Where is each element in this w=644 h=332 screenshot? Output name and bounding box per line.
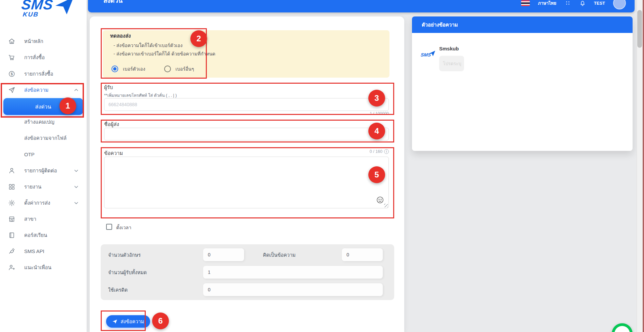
gear-icon (8, 199, 15, 207)
radio-own-number-label: เบอร์ตัวเอง (123, 65, 145, 73)
sidebar-item-otp[interactable]: OTP (0, 148, 87, 161)
sidebar-item-label: รายงาน (24, 183, 41, 191)
sidebar-item-label: สาขา (24, 215, 36, 223)
chevron-down-icon (73, 184, 79, 190)
chevron-down-icon (73, 200, 79, 206)
language-selector[interactable]: ภาษาไทย (538, 0, 556, 7)
chevron-down-icon (73, 168, 79, 174)
info-icon[interactable]: i (384, 149, 389, 154)
recipient-input[interactable] (104, 98, 389, 111)
emoji-picker-icon[interactable] (376, 196, 384, 204)
credit-used-value: 0 (203, 283, 383, 296)
sidebar-item-label: หน้าหลัก (24, 37, 43, 45)
sidebar-item-send-message[interactable]: ส่งข้อความ (0, 83, 87, 97)
message-count-number: 0 (347, 252, 349, 257)
preview-sender-avatar: SMS (421, 50, 435, 62)
sidebar-item-label: คอร์สเรียน (24, 231, 47, 239)
message-counter-value: 0 / 160 (370, 149, 382, 154)
page-scrollbar-thumb[interactable] (637, 10, 642, 48)
sidebar-item-label: ส่งด่วน (35, 102, 51, 111)
radio-other-number-label: เบอร์อื่นๆ (176, 65, 194, 73)
book-icon (8, 232, 15, 239)
logo-kub-text: KUB (22, 11, 39, 18)
grid-icon (8, 183, 15, 191)
smskub-app: SMS KUB หน้าหลัก การสั่งซื้อ $ รายการสั่… (0, 0, 644, 332)
recipient-counter: 1 / 100000 (368, 111, 389, 116)
bell-icon[interactable] (579, 0, 586, 6)
message-textarea[interactable] (104, 157, 389, 208)
apps-dots-icon[interactable] (564, 0, 571, 6)
char-count-number: 0 (208, 252, 211, 257)
cart-icon (8, 54, 15, 61)
sidebar-item-create-campaign[interactable]: สร้างแคมเปญ (0, 115, 87, 129)
recipient-total-label: จำนวนผู้รับทั้งหมด (108, 268, 147, 276)
sidebar-item-send-settings[interactable]: ตั้งค่าการส่ง (0, 196, 87, 210)
schedule-checkbox[interactable] (106, 224, 112, 230)
step-badge-5: 5 (368, 166, 385, 183)
char-count-value: 0 (203, 248, 244, 261)
recipient-label: ผู้รับ (104, 83, 113, 91)
preview-avatar-plane-icon (429, 50, 435, 57)
sidebar-item-contacts[interactable]: รายการผู้ติดต่อ (0, 164, 87, 177)
page-title: ส่งด่วน (103, 0, 123, 5)
number-type-radio-group: เบอร์ตัวเอง เบอร์อื่นๆ (111, 65, 208, 73)
preview-message-bubble: โปรดระบุ (439, 56, 464, 71)
preview-sender-name: Smskub (439, 46, 459, 51)
smskub-logo: SMS KUB (14, 0, 78, 21)
sidebar-item-label: ตั้งค่าการส่ง (24, 199, 50, 207)
message-counter: 0 / 160 i (353, 149, 389, 154)
sidebar-item-label: สร้างแคมเปญ (24, 118, 54, 126)
user-avatar[interactable] (613, 0, 626, 9)
line-chat-button[interactable]: LINE (612, 323, 633, 332)
person-icon (8, 167, 15, 174)
chevron-up-icon (73, 87, 79, 93)
sidebar-item-sms-api[interactable]: SMS API (0, 244, 87, 258)
recipient-total-number: 1 (208, 269, 211, 275)
preview-bubble-placeholder: โปรดระบุ (443, 60, 461, 67)
thai-flag-icon[interactable] (521, 0, 530, 6)
sidebar-item-course[interactable]: คอร์สเรียน (0, 229, 87, 242)
recipient-hint: **เพิ่มหมายเลขโทรศัพท์ ใส่ ตัวคั่น ( , .… (104, 92, 177, 99)
send-message-button-label: ส่งข้อความ (121, 318, 144, 325)
username-label[interactable]: TEST (594, 1, 605, 6)
line-logo: LINE (614, 326, 630, 332)
logo-paper-plane-icon (54, 0, 75, 15)
schedule-checkbox-label: ตั้งเวลา (116, 224, 131, 231)
radio-own-number[interactable] (111, 66, 118, 72)
sender-name-input[interactable] (104, 128, 389, 140)
stats-panel: จำนวนตัวอักษร 0 คิดเป็นข้อความ 0 จำนวนผู… (101, 244, 394, 300)
sidebar-item-reports[interactable]: รายงาน (0, 180, 87, 194)
paper-plane-icon (8, 86, 15, 94)
message-count-label: คิดเป็นข้อความ (263, 251, 295, 259)
credit-used-number: 0 (208, 287, 211, 292)
credit-used-label: ใช้เครดิต (108, 286, 128, 294)
sidebar-item-order-list[interactable]: $ รายการสั่งซื้อ (0, 67, 87, 81)
send-message-button[interactable]: ส่งข้อความ (106, 315, 150, 328)
screen-edge-line (643, 0, 644, 332)
store-icon (8, 215, 15, 223)
topbar: ส่งด่วน ภาษาไทย TEST (88, 0, 635, 12)
person-plus-icon (8, 264, 15, 271)
sidebar: SMS KUB หน้าหลัก การสั่งซื้อ $ รายการสั่… (0, 0, 87, 332)
sidebar-item-label: รายการผู้ติดต่อ (24, 167, 57, 175)
page-scrollbar-track[interactable] (637, 0, 643, 332)
radio-other-number[interactable] (164, 66, 171, 72)
sidebar-item-home[interactable]: หน้าหลัก (0, 35, 87, 48)
sidebar-item-purchase[interactable]: การสั่งซื้อ (0, 51, 87, 64)
sidebar-item-label: รายการสั่งซื้อ (24, 70, 53, 78)
sidebar-item-branch[interactable]: สาขา (0, 212, 87, 226)
sidebar-item-label: OTP (24, 152, 35, 157)
message-count-value: 0 (342, 248, 383, 261)
preview-header-title: ตัวอย่างข้อความ (422, 21, 458, 29)
sidebar-item-label: ส่งข้อความ (24, 86, 49, 94)
sidebar-item-refer-friend[interactable]: แนะนำเพื่อน (0, 261, 87, 274)
home-icon (8, 38, 15, 45)
sender-name-label: ชื่อผู้ส่ง (104, 120, 119, 128)
sidebar-item-send-from-file[interactable]: ส่งข้อความจากไฟล์ (0, 131, 87, 145)
textarea-resize-handle[interactable] (384, 204, 388, 207)
dollar-circle-icon: $ (8, 70, 15, 78)
trial-line-1: - ส่งข้อความใดก็ได้เข้าเบอร์ตัวเอง (113, 42, 183, 49)
preview-header: ตัวอย่างข้อความ (412, 16, 633, 33)
trial-line-2: - ส่งข้อความเข้าเบอร์ใดก็ได้ ด้วยข้อความ… (113, 50, 215, 57)
char-count-label: จำนวนตัวอักษร (108, 251, 141, 259)
